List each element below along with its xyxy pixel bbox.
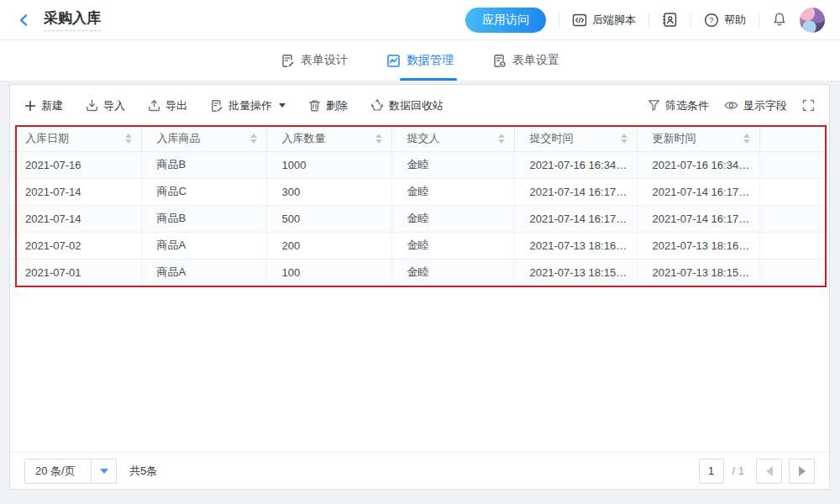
show-fields-button[interactable]: 显示字段: [724, 98, 787, 113]
table-cell: 2021-07-16 16:34:51: [637, 151, 759, 178]
current-page-input[interactable]: 1: [699, 459, 724, 484]
funnel-icon: [648, 99, 660, 112]
sort-icon[interactable]: [125, 134, 132, 144]
import-label: 导入: [103, 98, 125, 113]
column-header[interactable]: 提交时间: [514, 126, 637, 151]
table-cell: 2021-07-14 16:17:10: [637, 205, 759, 232]
chevron-down-icon: [279, 103, 286, 108]
table-cell: 2021-07-02: [10, 232, 141, 259]
notification-bell-button[interactable]: [772, 12, 787, 28]
import-icon: [86, 99, 98, 112]
sort-icon[interactable]: [621, 134, 627, 144]
expand-icon: [802, 99, 815, 112]
column-header[interactable]: 入库商品: [141, 126, 266, 151]
table-cell: 2021-07-16: [10, 151, 141, 178]
app-access-button[interactable]: 应用访问: [465, 8, 546, 33]
column-label: 提交时间: [530, 132, 574, 144]
total-count-label: 共5条: [129, 464, 157, 479]
table-cell: 金睦: [391, 259, 514, 286]
column-label: 入库数量: [282, 132, 326, 144]
bell-icon: [772, 12, 787, 28]
divider: [690, 13, 691, 27]
table-cell: 金睦: [391, 178, 514, 205]
next-page-button[interactable]: [789, 459, 815, 484]
table-cell: 2021-07-13 18:15:17: [514, 259, 637, 286]
table-cell: 2021-07-01: [10, 259, 141, 286]
backend-script-button[interactable]: 后端脚本: [572, 13, 636, 28]
back-button[interactable]: [15, 11, 34, 29]
prev-page-button[interactable]: [756, 459, 782, 484]
backend-script-label: 后端脚本: [592, 13, 636, 28]
select-caret-box: [91, 459, 116, 483]
pagination-bar: 20 条/页 共5条 1 / 1: [10, 452, 829, 489]
export-label: 导出: [165, 98, 187, 113]
table-cell: 2021-07-14 16:17:16: [637, 178, 759, 205]
new-record-label: 新建: [41, 98, 63, 113]
batch-edit-icon: [210, 99, 223, 113]
import-button[interactable]: 导入: [86, 98, 125, 113]
tab-form-design[interactable]: 表单设计: [279, 40, 349, 81]
column-label: 更新时间: [653, 132, 696, 144]
filter-button[interactable]: 筛选条件: [648, 98, 709, 113]
table-cell: 金睦: [391, 151, 514, 178]
table-row[interactable]: 2021-07-14商品B500金睦2021-07-14 16:17:10202…: [10, 205, 829, 232]
divider: [759, 13, 759, 27]
table-row[interactable]: 2021-07-01商品A100金睦2021-07-13 18:15:17202…: [10, 259, 829, 286]
column-label: 入库日期: [25, 132, 69, 144]
plus-icon: [24, 100, 36, 112]
column-header[interactable]: 入库数量: [266, 126, 391, 151]
sort-icon[interactable]: [375, 134, 382, 144]
page-size-select[interactable]: 20 条/页: [24, 459, 117, 484]
help-button[interactable]: ? 帮助: [704, 13, 746, 28]
trash-icon: [308, 99, 321, 112]
table-header-row: 入库日期入库商品入库数量提交人提交时间更新时间: [10, 126, 829, 151]
code-icon: [572, 13, 587, 28]
table-cell-empty: [759, 151, 829, 178]
contacts-button[interactable]: [662, 12, 678, 28]
column-header[interactable]: 提交人: [391, 126, 514, 151]
table-cell: 2021-07-13 18:15:17: [637, 259, 759, 286]
sort-icon[interactable]: [250, 134, 257, 144]
page-title[interactable]: 采购入库: [44, 8, 101, 31]
recycle-icon: [370, 99, 384, 112]
table-cell: 商品A: [141, 259, 266, 286]
back-chevron-icon: [17, 13, 32, 28]
recycle-bin-label: 数据回收站: [389, 98, 444, 113]
fullscreen-button[interactable]: [802, 99, 815, 112]
tab-form-settings[interactable]: 表单设置: [491, 40, 561, 81]
table-cell: 1000: [266, 151, 391, 178]
new-record-button[interactable]: 新建: [24, 98, 63, 113]
user-avatar[interactable]: [800, 8, 825, 33]
data-panel: 新建 导入: [9, 84, 830, 490]
table-cell-empty: [759, 178, 829, 205]
table-cell: 金睦: [391, 232, 514, 259]
batch-operations-button[interactable]: 批量操作: [210, 98, 286, 113]
delete-button[interactable]: 删除: [308, 98, 348, 113]
export-button[interactable]: 导出: [148, 98, 187, 113]
recycle-bin-button[interactable]: 数据回收站: [370, 98, 444, 113]
table-row[interactable]: 2021-07-02商品A200金睦2021-07-13 18:16:56202…: [10, 232, 829, 259]
page-size-value: 20 条/页: [25, 464, 91, 479]
contacts-icon: [662, 12, 678, 28]
pagination-right-group: 1 / 1: [699, 459, 815, 484]
column-header[interactable]: 更新时间: [637, 126, 759, 151]
column-header[interactable]: 入库日期: [10, 126, 141, 151]
sort-icon[interactable]: [743, 134, 750, 144]
chevron-down-icon: [100, 469, 108, 474]
table-row[interactable]: 2021-07-14商品C300金睦2021-07-14 16:17:16202…: [10, 178, 829, 205]
table-cell: 商品B: [141, 151, 266, 178]
help-label: 帮助: [724, 13, 746, 28]
table-row[interactable]: 2021-07-16商品B1000金睦2021-07-16 16:34:5120…: [10, 151, 829, 178]
data-table: 入库日期入库商品入库数量提交人提交时间更新时间 2021-07-16商品B100…: [10, 126, 829, 286]
table-cell: 2021-07-14: [10, 178, 141, 205]
right-arrow-icon: [799, 466, 806, 476]
table-cell: 500: [266, 205, 391, 232]
sort-icon[interactable]: [498, 134, 505, 144]
table-cell: 100: [266, 259, 391, 286]
table-cell: 2021-07-13 18:16:56: [637, 232, 759, 259]
tab-data-management[interactable]: 数据管理: [385, 40, 455, 81]
total-pages-label: / 1: [732, 465, 744, 477]
data-chart-icon: [386, 54, 401, 68]
form-design-icon: [281, 54, 295, 68]
column-label: 提交人: [407, 132, 440, 144]
